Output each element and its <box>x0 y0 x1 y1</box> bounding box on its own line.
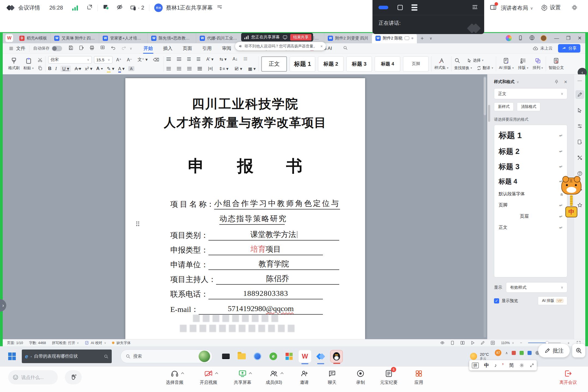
style-normal[interactable]: 正文 <box>261 56 287 72</box>
canvas-scrollbar[interactable] <box>484 76 486 338</box>
ribbon-tab-review[interactable]: 审阅 <box>222 44 232 53</box>
wrap-button[interactable]: ⇆ ▾ <box>220 57 227 62</box>
border-button[interactable]: ▦ ▾ <box>248 66 256 71</box>
align-right-button[interactable] <box>187 67 192 68</box>
superscript-button[interactable]: x² ▾ <box>85 66 92 72</box>
paragraph-drag-handle[interactable] <box>136 221 139 226</box>
file-menu[interactable]: 文件 <box>9 45 25 51</box>
taskbar-app-explorer[interactable] <box>235 350 248 363</box>
layout-icon[interactable] <box>490 4 497 12</box>
ime-settings-gear-icon[interactable] <box>519 363 524 368</box>
members-options-chevron[interactable] <box>280 372 283 375</box>
highlight-button[interactable]: ✎ ▾ <box>107 66 114 72</box>
ribbon-tab-home[interactable]: 开始 <box>143 44 153 53</box>
panel-close-icon[interactable]: ✕ <box>564 80 567 84</box>
font-name-select[interactable]: 仿宋∨ <box>48 56 92 63</box>
meeting-detail-button[interactable]: 会议详情 <box>18 4 40 11</box>
autosave-toggle[interactable] <box>52 46 62 51</box>
font-color-button[interactable]: A ▾ <box>118 66 125 72</box>
fit-page-icon[interactable] <box>490 341 495 345</box>
style-footer[interactable]: 页脚 <box>403 56 429 72</box>
panel-scrollbar[interactable] <box>488 105 490 122</box>
taskbar-app-wps[interactable]: W <box>299 350 311 363</box>
char-scale-button[interactable]: A' ▾ <box>206 57 213 62</box>
page-indicator[interactable]: 页面: 1/10 <box>7 341 23 345</box>
taskbar-search-box[interactable]: e ▴ 白带的表现有哪些症状 <box>22 350 112 363</box>
numbered-list-button[interactable] <box>177 57 181 58</box>
list-mode-icon[interactable] <box>411 4 417 11</box>
rail-tools-icon[interactable] <box>575 153 584 162</box>
tray-icon-green[interactable] <box>520 351 524 355</box>
multi-device-icon[interactable]: · 2 <box>130 5 144 11</box>
ribbon-tab-page[interactable]: 页面 <box>182 44 193 53</box>
host-device-icon[interactable] <box>103 4 109 12</box>
style-heading3[interactable]: 标题 3 <box>346 56 372 72</box>
restore-button[interactable]: ❐ <box>563 35 574 41</box>
style-item-h4[interactable]: 标题 4↵ <box>494 174 567 189</box>
doc-tab-7[interactable]: W附件2 刘雯雯 四川 <box>324 33 372 43</box>
line-spacing-button[interactable]: ⇕≡ ▾ <box>219 66 228 71</box>
redo-icon[interactable] <box>121 45 126 52</box>
annotate-button[interactable]: 批注 <box>538 344 570 357</box>
minimize-button[interactable]: — <box>551 35 563 41</box>
ai-typeset-button[interactable]: AI 排版▾ <box>499 57 514 70</box>
doc-tab-3[interactable]: W陈先强+思政教育专 <box>147 33 196 43</box>
comment-bubble-icon[interactable] <box>405 36 409 40</box>
zoom-out-button[interactable]: − <box>520 341 522 345</box>
style-item-footer[interactable]: 页脚↵ <box>494 200 567 211</box>
tray-badge-87[interactable]: 87 <box>495 350 501 356</box>
multi-page-view-icon[interactable] <box>460 341 465 345</box>
tray-expand-chevron[interactable]: ∧ <box>505 351 508 355</box>
taskbar-weather[interactable]: 20°C 多云 <box>470 352 489 360</box>
magnify-button[interactable] <box>572 344 585 357</box>
taskbar-app-colorgrid[interactable] <box>283 350 295 363</box>
char-shading-button[interactable]: A <box>128 66 134 71</box>
doc-tab-4[interactable]: W代娜-四川工业科技 <box>196 33 244 43</box>
style-item-body[interactable]: 正文↵ <box>494 222 567 233</box>
show-filter-select[interactable]: 有效样式∨ <box>506 282 567 293</box>
cloud-status[interactable]: 未上云 <box>533 46 553 51</box>
translate-button[interactable]: 翻译▾ <box>477 66 493 71</box>
align-center-button[interactable] <box>177 67 181 68</box>
ime-quote-icon[interactable]: ❜ <box>502 362 504 368</box>
collapse-panel-icon[interactable] <box>472 4 478 11</box>
share-options-chevron[interactable] <box>249 372 252 375</box>
tray-icon-blue[interactable] <box>528 351 532 355</box>
rail-adjust-icon[interactable] <box>575 122 584 130</box>
toolbar-item-audio[interactable]: 选择音频 <box>160 369 190 385</box>
share-button[interactable]: 分享 <box>558 44 580 53</box>
layout-selector[interactable]: 演讲者布局∨ <box>501 4 533 12</box>
ime-chinese-mode[interactable]: 中 <box>484 362 489 369</box>
sort-button[interactable]: A↓ <box>232 57 238 62</box>
italic-button[interactable]: I <box>55 66 57 71</box>
distribute-button[interactable]: |≡| <box>208 66 213 71</box>
ribbon-tab-insert[interactable]: 插入 <box>163 44 173 53</box>
tab-list-caret[interactable]: ∨ <box>427 36 435 40</box>
settings-button[interactable]: 设置 <box>541 4 561 11</box>
single-page-view-icon[interactable] <box>450 341 455 345</box>
arrange-button[interactable]: 排列▾ <box>533 57 543 70</box>
zoom-in-button[interactable]: ＋ <box>567 341 570 345</box>
style-heading4[interactable]: 标题 4 <box>375 56 400 72</box>
taskbar-app-browser360[interactable]: e <box>267 350 280 363</box>
pin-icon[interactable] <box>554 80 559 84</box>
leave-meeting-button[interactable]: 离开会议 <box>550 369 586 385</box>
ime-sound-icon[interactable]: ♪ <box>494 363 497 368</box>
increase-font-button[interactable]: A⁺ <box>115 57 123 62</box>
rail-select-icon[interactable] <box>575 106 584 115</box>
format-painter-button[interactable]: 格式刷 <box>8 57 20 71</box>
mobile-link-icon[interactable] <box>518 35 523 41</box>
output-icon[interactable] <box>79 45 84 52</box>
preview-checkbox[interactable]: ✓ 显示预览 <box>494 298 518 303</box>
exit-fullscreen-icon[interactable] <box>571 4 578 12</box>
share-window-icon[interactable] <box>283 35 287 40</box>
typeset-button[interactable]: 排版▾ <box>518 57 529 70</box>
document-page[interactable]: 四川工业科技学院 人才培养质量与教学改革项目 申 报 书 项 目 名 称： 小组… <box>125 78 365 339</box>
user-avatar[interactable] <box>540 35 547 41</box>
ime-pinyin-icon[interactable]: 拼 <box>472 363 479 368</box>
stop-sharing-button[interactable]: 结束共享 <box>290 34 311 41</box>
smart-doc-button[interactable]: 智能公文 <box>549 57 564 70</box>
doc-tab-0[interactable]: D稻壳AI模板 <box>16 33 50 43</box>
new-tab-button[interactable]: ＋ <box>417 35 427 42</box>
zoom-slider[interactable] <box>528 342 561 343</box>
